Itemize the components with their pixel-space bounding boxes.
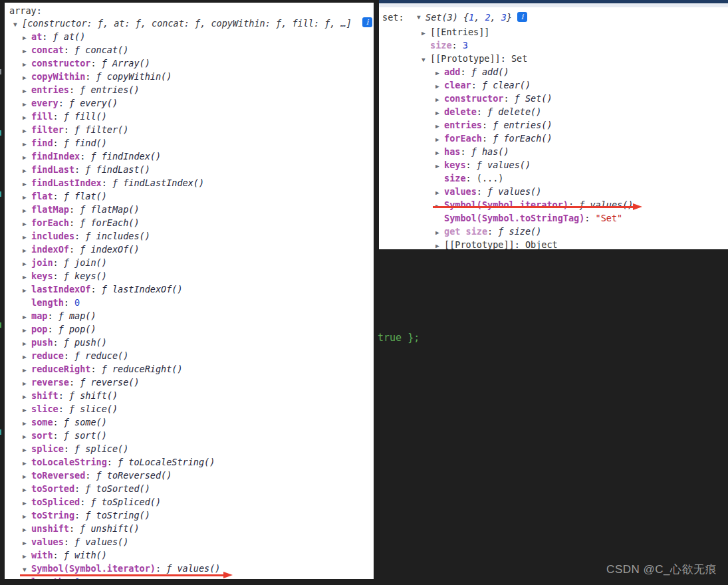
chevron-collapsed-icon[interactable]: ▶ xyxy=(435,133,444,146)
tree-row[interactable]: ▶includes: ƒ includes() xyxy=(5,229,374,243)
tree-row[interactable]: ▶entries: ƒ entries() xyxy=(379,118,728,132)
array-root-row[interactable]: ▼[constructor: ƒ, at: ƒ, concat: ƒ, copy… xyxy=(13,17,352,30)
tree-row[interactable]: ▶lastIndexOf: ƒ lastIndexOf() xyxy=(5,283,374,296)
tree-row[interactable]: ▶find: ƒ find() xyxy=(5,136,374,150)
chevron-collapsed-icon[interactable]: ▶ xyxy=(23,337,31,350)
chevron-collapsed-icon[interactable]: ▶ xyxy=(23,310,31,324)
chevron-collapsed-icon[interactable]: ▶ xyxy=(23,138,31,151)
tree-row[interactable]: ▶delete: ƒ delete() xyxy=(379,105,728,118)
tree-row[interactable]: ▶constructor: ƒ Array() xyxy=(5,57,374,70)
chevron-collapsed-icon[interactable]: ▶ xyxy=(23,124,31,138)
chevron-collapsed-icon[interactable]: ▶ xyxy=(23,71,31,84)
tree-row[interactable]: ▶findIndex: ƒ findIndex() xyxy=(5,150,374,163)
chevron-collapsed-icon[interactable]: ▶ xyxy=(23,151,31,164)
chevron-collapsed-icon[interactable]: ▶ xyxy=(23,536,31,550)
tree-row[interactable]: ▶sort: ƒ sort() xyxy=(5,429,374,442)
tree-row[interactable]: ▶with: ƒ with() xyxy=(5,548,374,562)
tree-row[interactable]: ▶toString: ƒ toString() xyxy=(5,509,374,522)
tree-row[interactable]: ▶has: ƒ has() xyxy=(379,145,728,158)
tree-row[interactable]: ▶values: ƒ values() xyxy=(379,185,728,198)
chevron-collapsed-icon[interactable]: ▶ xyxy=(23,417,31,430)
chevron-collapsed-icon[interactable]: ▶ xyxy=(23,244,31,257)
chevron-collapsed-icon[interactable]: ▶ xyxy=(23,483,31,497)
tree-row[interactable]: Symbol(Symbol.toStringTag): "Set" xyxy=(379,211,728,225)
chevron-collapsed-icon[interactable]: ▶ xyxy=(422,27,430,40)
chevron-collapsed-icon[interactable]: ▶ xyxy=(23,443,31,457)
tree-row[interactable]: ▶values: ƒ values() xyxy=(5,535,374,548)
tree-row[interactable]: ▶splice: ƒ splice() xyxy=(5,442,374,455)
chevron-expanded-icon[interactable]: ▼ xyxy=(422,53,430,66)
chevron-collapsed-icon[interactable]: ▶ xyxy=(23,470,31,483)
chevron-collapsed-icon[interactable]: ▶ xyxy=(23,257,31,271)
chevron-collapsed-icon[interactable]: ▶ xyxy=(23,271,31,284)
tree-row[interactable]: ▶constructor: ƒ Set() xyxy=(379,92,728,105)
chevron-collapsed-icon[interactable]: ▶ xyxy=(23,364,31,377)
chevron-collapsed-icon[interactable]: ▶ xyxy=(23,231,31,244)
tree-row[interactable]: ▶concat: ƒ concat() xyxy=(5,43,374,57)
chevron-collapsed-icon[interactable]: ▶ xyxy=(23,177,31,191)
chevron-collapsed-icon[interactable]: ▶ xyxy=(435,80,444,93)
chevron-collapsed-icon[interactable]: ▶ xyxy=(23,457,31,470)
tree-row[interactable]: size: (...) xyxy=(379,172,728,185)
chevron-collapsed-icon[interactable]: ▶ xyxy=(23,45,31,58)
chevron-collapsed-icon[interactable]: ▶ xyxy=(435,186,444,199)
chevron-collapsed-icon[interactable]: ▶ xyxy=(435,239,444,249)
chevron-collapsed-icon[interactable]: ▶ xyxy=(23,377,31,390)
chevron-collapsed-icon[interactable]: ▶ xyxy=(23,84,31,98)
tree-row[interactable]: ▶toSorted: ƒ toSorted() xyxy=(5,482,374,495)
chevron-collapsed-icon[interactable]: ▶ xyxy=(23,164,31,177)
tree-row[interactable]: ▶[[Entries]] xyxy=(379,25,728,39)
tree-row[interactable]: ▶filter: ƒ filter() xyxy=(5,123,374,136)
chevron-collapsed-icon[interactable]: ▶ xyxy=(23,550,31,563)
tree-row[interactable]: ▶fill: ƒ fill() xyxy=(5,110,374,123)
tree-row[interactable]: size: 3 xyxy=(379,39,728,52)
chevron-collapsed-icon[interactable]: ▶ xyxy=(23,284,31,297)
chevron-collapsed-icon[interactable]: ▶ xyxy=(435,93,444,106)
chevron-collapsed-icon[interactable]: ▶ xyxy=(435,160,444,173)
tree-row[interactable]: ▶forEach: ƒ forEach() xyxy=(5,216,374,229)
tree-row[interactable]: ▶pop: ƒ pop() xyxy=(5,322,374,336)
tree-row[interactable]: ▶flat: ƒ flat() xyxy=(5,189,374,203)
tree-row[interactable]: ▶reverse: ƒ reverse() xyxy=(5,376,374,389)
tree-row[interactable]: ▶copyWithin: ƒ copyWithin() xyxy=(5,70,374,83)
tree-row[interactable]: ▼Symbol(Symbol.iterator): ƒ values() xyxy=(5,562,374,575)
chevron-collapsed-icon[interactable]: ▶ xyxy=(23,324,31,337)
chevron-collapsed-icon[interactable]: ▶ xyxy=(23,31,31,45)
tree-row[interactable]: ▶toLocaleString: ƒ toLocaleString() xyxy=(5,455,374,469)
tree-row[interactable]: ▶join: ƒ join() xyxy=(5,256,374,269)
chevron-collapsed-icon[interactable]: ▶ xyxy=(23,510,31,523)
chevron-collapsed-icon[interactable]: ▶ xyxy=(23,98,31,111)
tree-row[interactable]: ▶findLastIndex: ƒ findLastIndex() xyxy=(5,176,374,189)
tree-row[interactable]: ▶Symbol(Symbol.iterator): ƒ values() xyxy=(379,198,728,211)
chevron-collapsed-icon[interactable]: ▶ xyxy=(435,120,444,133)
tree-row[interactable]: ▶some: ƒ some() xyxy=(5,415,374,429)
chevron-collapsed-icon[interactable]: ▶ xyxy=(23,404,31,417)
tree-row[interactable]: length: 0 xyxy=(5,296,374,309)
tree-row[interactable]: ▶push: ƒ push() xyxy=(5,336,374,349)
chevron-collapsed-icon[interactable]: ▶ xyxy=(435,106,444,120)
tree-row[interactable]: ▶reduceRight: ƒ reduceRight() xyxy=(5,362,374,376)
tree-row[interactable]: ▶map: ƒ map() xyxy=(5,309,374,322)
tree-row[interactable]: ▶get size: ƒ size() xyxy=(379,225,728,238)
chevron-collapsed-icon[interactable]: ▶ xyxy=(23,523,31,536)
chevron-collapsed-icon[interactable]: ▶ xyxy=(23,191,31,204)
tree-row[interactable]: ▶add: ƒ add() xyxy=(379,65,728,78)
chevron-collapsed-icon[interactable]: ▶ xyxy=(23,350,31,364)
chevron-collapsed-icon[interactable]: ▶ xyxy=(23,497,31,510)
tree-row[interactable]: ▼[[Prototype]]: Set xyxy=(379,52,728,65)
chevron-collapsed-icon[interactable]: ▶ xyxy=(23,204,31,217)
tree-row[interactable]: ▶forEach: ƒ forEach() xyxy=(379,132,728,145)
tree-row[interactable]: ▶findLast: ƒ findLast() xyxy=(5,163,374,176)
info-icon[interactable]: i xyxy=(517,12,527,22)
tree-row[interactable]: ▶keys: ƒ values() xyxy=(379,158,728,172)
tree-row[interactable]: ▶toReversed: ƒ toReversed() xyxy=(5,469,374,482)
chevron-collapsed-icon[interactable]: ▶ xyxy=(435,146,444,160)
tree-row[interactable]: ▶[[Prototype]]: Object xyxy=(379,238,728,249)
chevron-collapsed-icon[interactable]: ▶ xyxy=(23,430,31,443)
tree-row[interactable]: ▶slice: ƒ slice() xyxy=(5,402,374,415)
chevron-collapsed-icon[interactable]: ▶ xyxy=(435,66,444,80)
chevron-expanded-icon[interactable]: ▼ xyxy=(417,11,425,24)
chevron-expanded-icon[interactable]: ▼ xyxy=(13,18,22,31)
tree-row[interactable]: ▶shift: ƒ shift() xyxy=(5,389,374,402)
chevron-collapsed-icon[interactable]: ▶ xyxy=(23,111,31,124)
